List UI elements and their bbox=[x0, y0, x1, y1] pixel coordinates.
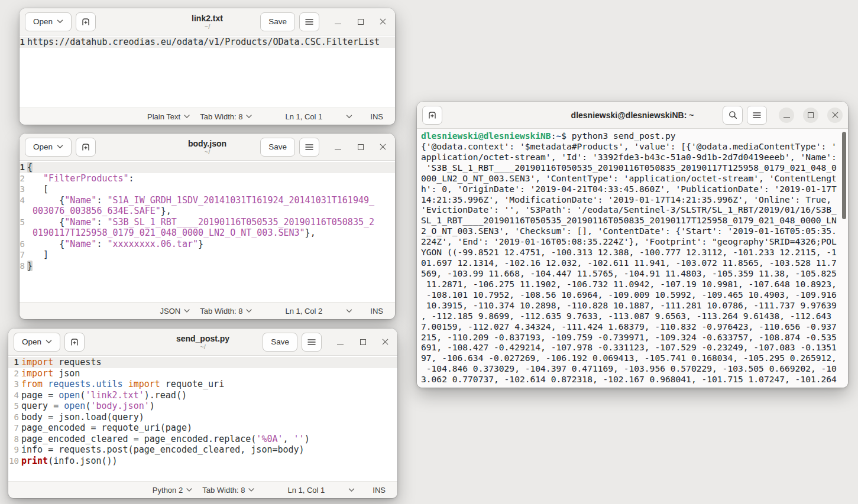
new-tab-button[interactable] bbox=[422, 106, 442, 125]
maximize-button[interactable] bbox=[354, 15, 367, 28]
save-button[interactable]: Save bbox=[260, 12, 295, 31]
terminal-line: 97, -106.634 -0.027269, -106.192 0.06941… bbox=[421, 353, 844, 363]
line-number: 8 bbox=[8, 434, 21, 445]
minimize-icon bbox=[783, 117, 790, 118]
chevron-down-icon bbox=[57, 145, 63, 149]
input-mode[interactable]: INS bbox=[370, 112, 383, 121]
input-mode[interactable]: INS bbox=[373, 486, 386, 495]
new-tab-button[interactable] bbox=[76, 12, 96, 31]
editor-content[interactable]: 1https://datahub.creodias.eu/odata/v1/Pr… bbox=[20, 35, 395, 108]
save-button[interactable]: Save bbox=[263, 333, 297, 352]
menu-button[interactable] bbox=[299, 12, 319, 31]
minimize-icon bbox=[335, 24, 341, 24]
open-button[interactable]: Open bbox=[14, 333, 60, 352]
line-number: 10 bbox=[8, 456, 21, 467]
menu-button[interactable] bbox=[299, 138, 319, 157]
line-number: 6 bbox=[20, 239, 27, 250]
close-button[interactable] bbox=[378, 335, 392, 349]
editor-content[interactable]: 1{2 "FilterProducts":3 [4 {"Name": "S1A_… bbox=[20, 161, 395, 302]
menu-button[interactable] bbox=[302, 333, 322, 352]
search-button[interactable] bbox=[723, 106, 743, 125]
hamburger-icon bbox=[305, 144, 313, 151]
code-line: 3 [ bbox=[20, 184, 395, 195]
chevron-down-icon bbox=[57, 19, 63, 24]
cursor-position[interactable]: Ln 1, Col 1 bbox=[285, 112, 322, 121]
hamburger-icon bbox=[307, 339, 316, 346]
new-tab-button[interactable] bbox=[64, 333, 85, 352]
chevron-down-icon bbox=[246, 309, 252, 313]
minimize-button[interactable] bbox=[331, 140, 345, 154]
minimize-icon bbox=[337, 344, 344, 344]
minimize-icon bbox=[335, 149, 341, 149]
minimize-button[interactable] bbox=[779, 108, 794, 123]
terminal-line: 11.2871, -106.275 11.1902, -106.732 11.0… bbox=[421, 279, 844, 290]
tab-width-selector[interactable]: Tab Width: 8 bbox=[200, 112, 252, 121]
language-selector[interactable]: Plain Text bbox=[147, 112, 190, 121]
terminal-line: 'EvictionDate': '', 'S3Path': '/eodata/S… bbox=[421, 204, 844, 215]
code-line: 4page = open('link2.txt').read() bbox=[8, 390, 397, 401]
language-selector[interactable]: JSON bbox=[160, 307, 190, 316]
window-title: body.json bbox=[188, 139, 226, 148]
open-button[interactable]: Open bbox=[25, 138, 72, 157]
terminal-content[interactable]: dlesniewski@dlesniewskiNB:~$ python3 sen… bbox=[417, 129, 848, 388]
line-number: 7 bbox=[8, 422, 21, 434]
close-button[interactable] bbox=[827, 108, 843, 123]
goto-chevron-icon[interactable] bbox=[348, 488, 355, 492]
menu-button[interactable] bbox=[747, 106, 767, 125]
line-number: 5 bbox=[20, 217, 27, 228]
headerbar: Open send_post.py ~/ Save bbox=[8, 329, 397, 356]
code-line: 10print(info.json()) bbox=[8, 456, 397, 467]
close-button[interactable] bbox=[376, 15, 390, 28]
line-number: 3 bbox=[20, 184, 27, 195]
code-line: 7page_encoded = requote_uri(page) bbox=[8, 422, 397, 434]
terminal-line: 569, -103.99 11.668, -104.447 11.5765, -… bbox=[421, 268, 844, 279]
open-button-label: Open bbox=[22, 337, 41, 346]
window-subtitle: ~/ bbox=[192, 23, 223, 30]
language-selector[interactable]: Python 2 bbox=[153, 486, 192, 495]
editor-content[interactable]: 1import requests2import json3from reques… bbox=[8, 356, 397, 481]
line-number bbox=[20, 227, 27, 239]
goto-chevron-icon[interactable] bbox=[346, 115, 352, 119]
close-icon bbox=[380, 144, 386, 150]
input-mode[interactable]: INS bbox=[370, 307, 383, 316]
window-subtitle: ~/ bbox=[188, 148, 226, 155]
close-button[interactable] bbox=[376, 140, 390, 154]
tab-width-selector[interactable]: Tab Width: 8 bbox=[200, 307, 252, 316]
scrollbar-thumb[interactable] bbox=[842, 132, 846, 219]
code-line: 6 {"Name": "xxxxxxxx.06.tar"} bbox=[20, 239, 395, 250]
line-number: 2 bbox=[20, 173, 27, 184]
code-line: 003076_003856_634E.SAFE"}, bbox=[20, 206, 395, 217]
code-line: 8} bbox=[20, 261, 395, 272]
goto-chevron-icon[interactable] bbox=[346, 309, 352, 313]
new-tab-icon bbox=[428, 110, 437, 120]
window-title: send_post.py bbox=[176, 334, 229, 343]
maximize-button[interactable] bbox=[356, 335, 370, 349]
terminal-line: 224Z', 'End': '2019-01-16T05:08:35.224Z'… bbox=[421, 236, 844, 247]
close-icon bbox=[832, 112, 838, 118]
code-line: 6body = json.load(query) bbox=[8, 412, 397, 423]
maximize-icon bbox=[358, 144, 364, 150]
statusbar: JSON Tab Width: 8 Ln 1, Col 2 INS bbox=[20, 302, 395, 319]
open-button[interactable]: Open bbox=[25, 12, 72, 31]
terminal-line: 000_LN2_O_NT_003.SEN3', 'ContentType': '… bbox=[421, 173, 844, 184]
open-button-label: Open bbox=[33, 17, 53, 26]
code-line: 1https://datahub.creodias.eu/odata/v1/Pr… bbox=[20, 37, 395, 48]
cursor-position[interactable]: Ln 1, Col 1 bbox=[287, 486, 325, 495]
maximize-icon bbox=[360, 339, 366, 345]
new-tab-button[interactable] bbox=[76, 138, 96, 157]
code-line: 2import json bbox=[8, 368, 397, 379]
tab-width-selector[interactable]: Tab Width: 8 bbox=[202, 486, 254, 495]
minimize-button[interactable] bbox=[334, 335, 347, 349]
editor-window-sendpost: Open send_post.py ~/ Save 1import reques… bbox=[8, 329, 397, 498]
minimize-button[interactable] bbox=[331, 15, 345, 28]
terminal-line: -104.846 0.373029, -104.397 0.471169, -1… bbox=[421, 363, 844, 374]
code-line: 8page_encoded_cleared = page_encoded.rep… bbox=[8, 434, 397, 445]
maximize-button[interactable] bbox=[803, 108, 818, 123]
line-number: 9 bbox=[8, 444, 21, 456]
maximize-button[interactable] bbox=[354, 140, 367, 154]
terminal-line: SL_1_RBT____20190116T050535_20190116T050… bbox=[421, 215, 844, 226]
line-number: 5 bbox=[8, 401, 21, 412]
save-button[interactable]: Save bbox=[260, 138, 295, 157]
cursor-position[interactable]: Ln 1, Col 2 bbox=[285, 307, 322, 316]
chevron-down-icon bbox=[46, 340, 52, 344]
